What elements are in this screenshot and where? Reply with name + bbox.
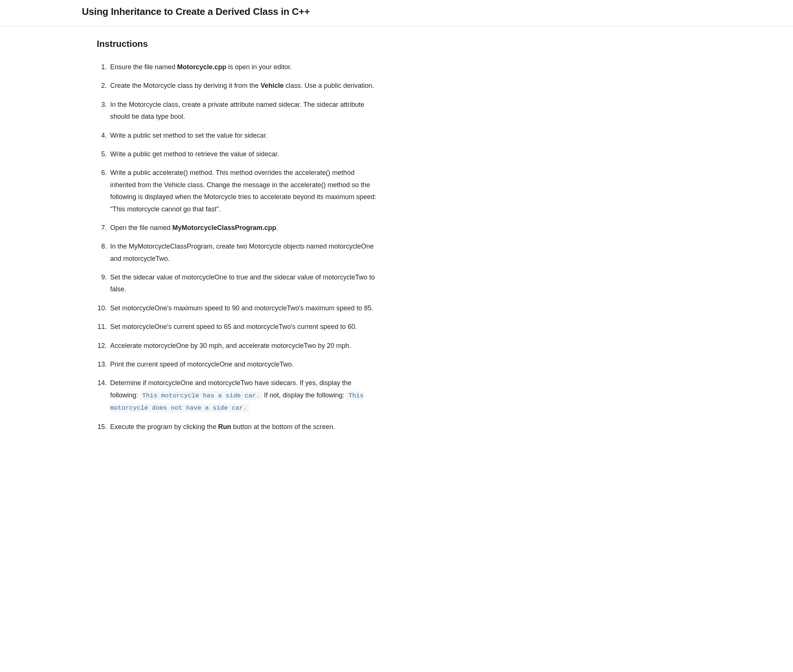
page-title: Using Inheritance to Create a Derived Cl… xyxy=(0,5,793,19)
section-heading: Instructions xyxy=(97,37,380,51)
step-text: In the MyMotorcycleClassProgram, create … xyxy=(110,243,374,262)
step-text: . xyxy=(276,224,278,232)
step-text: Write a public set method to set the val… xyxy=(110,132,267,139)
step-text: Accelerate motorcycleOne by 30 mph, and … xyxy=(110,342,351,349)
step-text: Write a public accelerate() method. This… xyxy=(110,169,376,213)
step-text: Print the current speed of motorcycleOne… xyxy=(110,360,294,368)
code-snippet: This motorcycle has a side car. xyxy=(140,392,262,400)
step-text: Write a public get method to retrieve th… xyxy=(110,150,279,158)
step-text: Set motorcycleOne's current speed to 65 … xyxy=(110,323,357,330)
step-text: class. Use a public derivation. xyxy=(283,82,374,89)
step-bold: Run xyxy=(218,423,231,430)
step-text: button at the bottom of the screen. xyxy=(231,423,335,430)
step-item: Print the current speed of motorcycleOne… xyxy=(109,358,380,370)
step-item: In the Motorcycle class, create a privat… xyxy=(109,99,380,123)
step-text: Execute the program by clicking the xyxy=(110,423,218,430)
step-text: Create the Motorcycle class by deriving … xyxy=(110,82,261,89)
page-header: Using Inheritance to Create a Derived Cl… xyxy=(0,0,793,26)
step-bold: Vehicle xyxy=(261,82,283,89)
step-item: Create the Motorcycle class by deriving … xyxy=(109,80,380,91)
step-item: Open the file named MyMotorcycleClassPro… xyxy=(109,222,380,234)
step-bold: MyMotorcycleClassProgram.cpp xyxy=(172,224,276,232)
content-area: Instructions Ensure the file named Motor… xyxy=(0,26,655,462)
step-item: Accelerate motorcycleOne by 30 mph, and … xyxy=(109,340,380,352)
step-item: Ensure the file named Motorcycle.cpp is … xyxy=(109,61,380,73)
step-item: Set motorcycleOne's current speed to 65 … xyxy=(109,321,380,333)
step-text: If not, display the following: xyxy=(264,392,346,399)
step-item: Write a public set method to set the val… xyxy=(109,130,380,141)
step-item: Set motorcycleOne's maximum speed to 90 … xyxy=(109,302,380,314)
step-item: Determine if motorcycleOne and motorcycl… xyxy=(109,377,380,414)
step-text: Set motorcycleOne's maximum speed to 90 … xyxy=(110,304,373,312)
step-item: Write a public accelerate() method. This… xyxy=(109,167,380,215)
step-text: Open the file named xyxy=(110,224,172,232)
step-bold: Motorcycle.cpp xyxy=(177,63,226,71)
step-text: In the Motorcycle class, create a privat… xyxy=(110,101,364,120)
step-item: In the MyMotorcycleClassProgram, create … xyxy=(109,240,380,264)
step-item: Write a public get method to retrieve th… xyxy=(109,148,380,160)
instructions-list: Ensure the file named Motorcycle.cpp is … xyxy=(97,61,380,433)
step-item: Execute the program by clicking the Run … xyxy=(109,421,380,433)
step-item: Set the sidecar value of motorcycleOne t… xyxy=(109,271,380,296)
step-text: Ensure the file named xyxy=(110,63,177,71)
step-text: is open in your editor. xyxy=(226,63,292,71)
step-text: Set the sidecar value of motorcycleOne t… xyxy=(110,274,375,293)
